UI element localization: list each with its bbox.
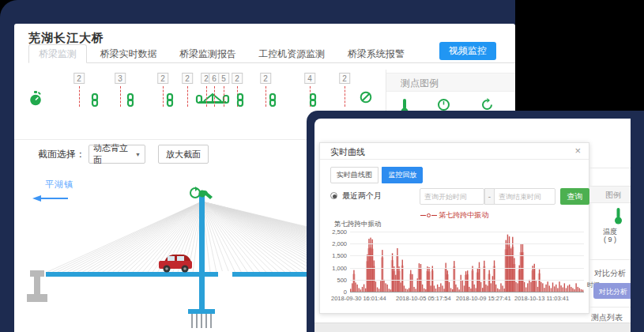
legend-side-panel: 图例 温度 ( 9 ) 对比分析 对比分析 测点列表 [589,119,631,323]
sensor-dashed-line [187,86,188,107]
legend-series-label: 第七跨跨中振动 [439,211,488,219]
y-tick-label: 2,500 [325,228,347,236]
enlarge-section-button[interactable]: 放大截面 [158,145,209,164]
sensor-dashed-line [345,86,345,107]
sensor-dashed-line [79,86,80,107]
divider [589,168,631,168]
tab-realtime-curve-view[interactable]: 实时曲线图 [330,167,378,183]
sensor-dashed-line [206,86,207,107]
sensor-dashed-line [214,86,215,107]
gridline [350,280,584,281]
close-icon[interactable]: × [574,145,581,157]
tower-top-rotation-icon[interactable] [190,187,200,198]
sensor-count-badge: 2 [260,73,271,84]
compare-analysis-label: 对比分析 [594,268,626,279]
sensor-count-badge: 2 [157,73,168,84]
tower-pile-cap [188,309,215,314]
end-time-input[interactable] [494,188,555,205]
gridline [350,243,584,244]
y-tick-label: 1,000 [325,265,347,272]
sensor-count-badge: 2 [232,73,243,84]
sensor-dashed-line [224,86,224,107]
abutment-pier [27,270,47,302]
query-button[interactable]: 查询 [560,188,589,205]
tab-system-alarm[interactable]: 桥梁系统报警 [338,45,414,64]
temperature-count: ( 9 ) [589,236,631,243]
gridline [350,268,584,269]
footer-strip [314,323,631,332]
modal-header: 实时曲线 × [320,143,589,160]
section-select[interactable]: 动态背立面 ▼ [89,145,145,164]
section-select-value: 动态背立面 [93,142,133,166]
sensor-count-badge: 2 [73,73,85,84]
y-tick-label: 1,500 [325,252,347,259]
sensor-count-badge: 5 [218,73,229,84]
compare-analysis-button[interactable]: 对比分析 [593,283,631,299]
bridge-icon[interactable] [194,92,231,111]
sensor-count-badge: 3 [115,73,126,84]
last-two-months-radio[interactable] [330,192,337,199]
legend-header-fragment: 图例 [589,186,631,203]
screen: 芜湖长江大桥 桥梁监测 桥梁实时数据 桥梁监测报告 工控机资源监测 桥梁系统报警… [0,0,644,332]
x-tick-label: 2018-10-09 15:27:41 [456,295,511,302]
ban-icon[interactable] [360,91,372,107]
realtime-curve-modal: 实时曲线 × 实时曲线图 监控回放 最近两个月 - 查询 [319,142,589,314]
section-select-label: 截面选择： [38,148,85,161]
vibration-bars [350,232,584,292]
legend-marker-line [431,215,437,216]
point-list-label: 测点列表 [591,312,623,323]
sensor-dashed-line [163,86,164,107]
gauge-icon[interactable] [29,91,42,109]
gridline [350,292,584,292]
modal-tab-bar: 实时曲线图 监控回放 [330,166,423,183]
x-tick-label: 2018-10-13 11:03:41 [514,295,569,302]
tab-realtime-data[interactable]: 桥梁实时数据 [90,45,166,64]
divider [589,307,631,307]
chain-icon[interactable] [269,93,277,110]
sensor-dashed-line [266,86,266,107]
tab-bridge-monitor[interactable]: 桥梁监测 [28,44,87,63]
legend-marker-line [420,215,426,216]
legend-marker-circle [427,213,431,217]
chain-icon[interactable] [91,93,99,110]
tab-ipc-resource-monitor[interactable]: 工控机资源监测 [249,45,334,64]
thermometer-icon [613,207,623,228]
last-two-months-label: 最近两个月 [342,191,382,202]
modal-title: 实时曲线 [330,146,365,158]
query-controls: 最近两个月 - 查询 [330,188,582,206]
tab-monitor-report[interactable]: 桥梁监测报告 [170,45,246,64]
car [159,255,192,273]
chain-icon[interactable] [236,93,244,110]
popup-content: 实时曲线 × 实时曲线图 监控回放 最近两个月 - 查询 [314,119,631,332]
tab-monitor-playback[interactable]: 监控回放 [382,167,423,183]
chain-icon[interactable] [166,93,174,110]
top-right-black-region [515,0,644,115]
legend-panel-title: 测点图例 [386,73,515,92]
y-tick-label: 2,000 [325,240,347,247]
chain-icon[interactable] [126,93,134,110]
start-time-input[interactable] [420,188,484,205]
bridge-tower [199,195,205,309]
chain-icon[interactable] [309,93,317,110]
divider [589,259,631,260]
sensor-count-badge: 4 [304,73,315,84]
x-tick-label: 2018-09-30 16:01:44 [331,295,386,302]
deck-gap [218,271,232,277]
section-toolbar: 截面选择： 动态背立面 ▼ 放大截面 [38,144,209,164]
tab-bar: 桥梁监测 桥梁实时数据 桥梁监测报告 工控机资源监测 桥梁系统报警 视频监控 [28,44,515,63]
sensor-count-badge: 2 [182,73,193,84]
gridline [350,255,584,256]
chevron-down-icon: ▼ [135,152,141,157]
popup-window: 实时曲线 × 实时曲线图 监控回放 最近两个月 - 查询 [307,111,644,332]
tower-foundation-piles [192,314,211,328]
x-tick-label: 2018-10-05 05:17:54 [396,295,451,302]
gridline [350,232,584,232]
video-monitor-button[interactable]: 视频监控 [439,42,496,60]
sensor-count-badge: 2 [339,73,350,84]
chart-plot-area: 时间 2,5002,0001,5001,00050002018-09-30 16… [350,232,584,292]
sensor-dashed-line [120,86,121,107]
y-tick-label: 500 [325,277,347,284]
